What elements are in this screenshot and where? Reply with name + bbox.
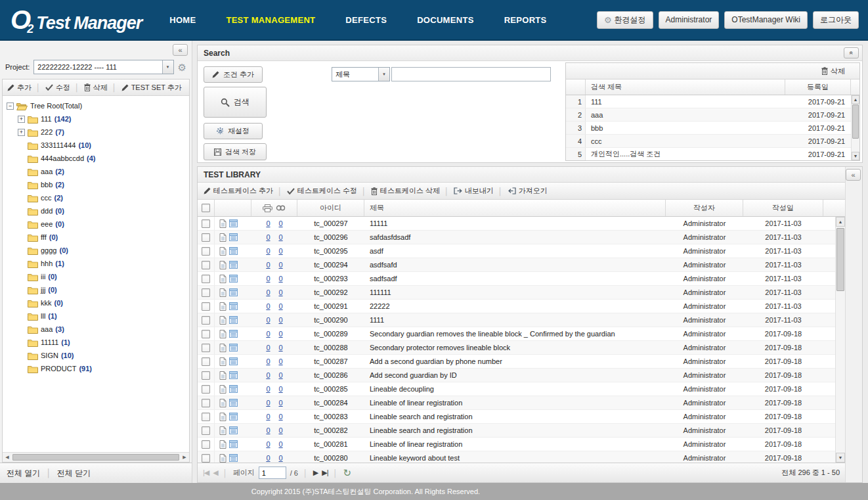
row-checkbox[interactable] [202,413,210,421]
test-case-row[interactable]: 0 0 tc_000292 111111 Administrator 2017-… [198,286,845,300]
library-collapse-button[interactable]: « [846,169,861,181]
row-checkbox[interactable] [202,454,210,463]
link-count-link[interactable]: 0 [279,440,283,448]
print-count-link[interactable]: 0 [266,330,270,338]
test-case-row[interactable]: 0 0 tc_000286 Add second guardian by ID … [198,369,845,382]
tree-toolbar-button-0[interactable]: 추가 [7,83,32,93]
list-detail-icon[interactable] [229,247,238,255]
document-icon[interactable] [219,330,227,338]
saved-search-scrollbar[interactable]: ▲ ▼ [851,95,859,160]
tree-hscrollbar[interactable]: ◀ ▶ [3,452,189,462]
link-count-link[interactable]: 0 [279,233,283,241]
tree-item[interactable]: +222(7) [4,125,188,139]
row-checkbox[interactable] [202,233,210,242]
tree-item[interactable]: −Tree Root(Total) [4,99,188,112]
test-case-row[interactable]: 0 0 tc_000281 Lineable of linear registr… [198,438,845,451]
print-count-link[interactable]: 0 [266,454,270,462]
tree-item[interactable]: iii(0) [4,270,188,283]
link-count-link[interactable]: 0 [279,330,283,338]
library-toolbar-button-2[interactable]: 테스트케이스 삭제 [371,186,440,196]
list-detail-icon[interactable] [229,316,238,324]
tree-toolbar-button-2[interactable]: 삭제 [84,83,108,93]
library-toolbar-button-0[interactable]: 테스트케이스 추가 [204,186,273,196]
scroll-down-icon[interactable]: ▼ [852,152,859,160]
tree-item[interactable]: ddd(0) [4,204,188,217]
page-number-input[interactable] [259,466,286,479]
tree-item[interactable]: ccc(2) [4,191,188,204]
document-icon[interactable] [219,454,227,463]
list-detail-icon[interactable] [229,219,238,227]
search-keyword-input[interactable] [391,67,551,81]
list-detail-icon[interactable] [229,233,238,241]
test-case-row[interactable]: 0 0 tc_000284 Lineable of linear registr… [198,396,845,410]
print-count-link[interactable]: 0 [266,399,270,407]
saved-search-row[interactable]: 5 개인적인.....검색 조건 2017-09-21 [566,148,859,160]
link-count-link[interactable]: 0 [279,261,283,269]
test-case-row[interactable]: 0 0 tc_000283 Lineable search and regist… [198,410,845,424]
test-case-row[interactable]: 0 0 tc_000297 11111 Administrator 2017-1… [198,217,845,231]
test-case-row[interactable]: 0 0 tc_000296 safdasfdsadf Administrator… [198,231,845,244]
row-checkbox[interactable] [202,275,210,283]
delete-saved-search-button[interactable]: 삭제 [821,66,845,76]
print-count-link[interactable]: 0 [266,261,270,269]
document-icon[interactable] [219,302,227,311]
tree-item[interactable]: gggg(0) [4,244,188,257]
list-detail-icon[interactable] [229,385,238,393]
print-count-link[interactable]: 0 [266,316,270,324]
saved-search-row[interactable]: 2 aaa 2017-09-21 [566,108,859,122]
test-case-row[interactable]: 0 0 tc_000285 Lineable decoupling Admini… [198,382,845,396]
nav-item-defects[interactable]: DEFECTS [345,15,387,25]
link-count-link[interactable]: 0 [279,219,283,227]
expand-all-link[interactable]: 전체 열기 [7,468,40,479]
document-icon[interactable] [219,413,227,421]
tree-item[interactable]: kkk(0) [4,296,188,309]
tree-plus-expander-icon[interactable]: + [18,116,25,123]
test-case-row[interactable]: 0 0 tc_000282 Lineable search and regist… [198,424,845,438]
list-detail-icon[interactable] [229,261,238,269]
row-checkbox[interactable] [202,426,210,435]
saved-search-row[interactable]: 4 ccc 2017-09-21 [566,135,859,148]
link-count-link[interactable]: 0 [279,399,283,407]
title-column-header[interactable]: 제목 [364,200,666,216]
test-case-row[interactable]: 0 0 tc_000295 asdf Administrator 2017-11… [198,244,845,258]
navbar-button-administrator[interactable]: Administrator [659,11,720,29]
scroll-up-icon[interactable]: ▲ [852,95,859,104]
list-detail-icon[interactable] [229,440,238,448]
nav-item-test-management[interactable]: TEST MANAGEMENT [226,15,315,25]
print-count-link[interactable]: 0 [266,219,270,227]
list-detail-icon[interactable] [229,371,238,379]
scroll-up-icon[interactable]: ▲ [836,217,845,227]
print-count-link[interactable]: 0 [266,385,270,393]
tree-item[interactable]: 333111444(10) [4,139,188,152]
project-select[interactable]: 22222222-12222 ---- 111 ▼ [33,60,173,74]
test-case-row[interactable]: 0 0 tc_000290 1111 Administrator 2017-11… [198,313,845,327]
list-detail-icon[interactable] [229,413,238,420]
nav-item-documents[interactable]: DOCUMENTS [417,15,473,25]
date-column-header[interactable]: 작성일 [743,200,823,216]
saved-search-row[interactable]: 3 bbb 2017-09-21 [566,122,859,135]
library-toolbar-button-3[interactable]: 내보내기 [454,186,494,196]
saved-title-column-header[interactable]: 검색 제목 [586,80,785,95]
test-case-row[interactable]: 0 0 tc_000287 Add a second guardian by p… [198,355,845,369]
list-detail-icon[interactable] [229,302,238,310]
library-scrollbar[interactable]: ▲ ▼ [835,217,845,463]
print-count-link[interactable]: 0 [266,426,270,434]
print-count-link[interactable]: 0 [266,440,270,448]
link-count-link[interactable]: 0 [279,413,283,420]
row-checkbox[interactable] [202,261,210,269]
tree-toolbar-button-3[interactable]: TEST SET 추가 [121,83,182,93]
link-count-link[interactable]: 0 [279,247,283,255]
tree-item[interactable]: SIGN(10) [4,349,188,362]
test-case-row[interactable]: 0 0 tc_000289 Secondary guardian removes… [198,327,845,341]
tree-item[interactable]: +111(142) [4,112,188,125]
scroll-left-icon[interactable]: ◀ [3,453,12,462]
tree-toolbar-button-1[interactable]: 수정 [45,83,70,93]
row-checkbox[interactable] [202,344,210,352]
author-column-header[interactable]: 작성자 [666,200,743,216]
document-icon[interactable] [219,219,227,228]
document-icon[interactable] [219,288,227,297]
prev-page-button[interactable]: ◀ [213,468,217,477]
test-case-row[interactable]: 0 0 tc_000291 22222 Administrator 2017-1… [198,300,845,313]
test-case-row[interactable]: 0 0 tc_000280 Lineable keyword about tes… [198,451,845,463]
list-detail-icon[interactable] [229,330,238,338]
